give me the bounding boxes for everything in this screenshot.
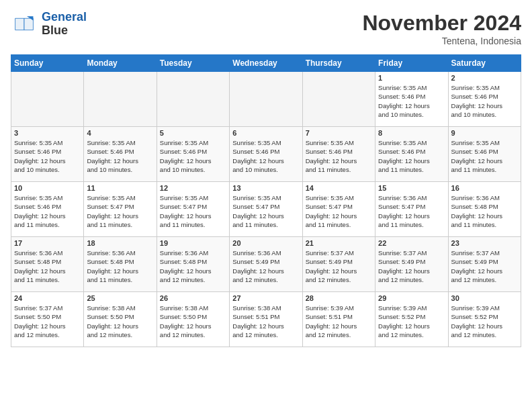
header-wednesday: Wednesday [230, 55, 302, 72]
day-info: Sunrise: 5:35 AMSunset: 5:46 PMDaylight:… [378, 84, 430, 118]
day-number: 19 [160, 239, 226, 247]
day-number: 28 [306, 294, 372, 302]
day-number: 13 [232, 184, 299, 192]
day-number: 4 [87, 129, 153, 137]
day-cell: 13Sunrise: 5:35 AMSunset: 5:47 PMDayligh… [230, 182, 302, 237]
day-info: Sunrise: 5:37 AMSunset: 5:50 PMDaylight:… [14, 304, 66, 338]
day-number: 30 [451, 294, 518, 302]
day-cell: 3Sunrise: 5:35 AMSunset: 5:46 PMDaylight… [11, 127, 84, 182]
day-info: Sunrise: 5:35 AMSunset: 5:47 PMDaylight:… [87, 194, 138, 228]
header-tuesday: Tuesday [157, 55, 229, 72]
day-cell: 11Sunrise: 5:35 AMSunset: 5:47 PMDayligh… [84, 182, 157, 237]
week-row-4: 17Sunrise: 5:36 AMSunset: 5:48 PMDayligh… [11, 237, 521, 292]
day-cell: 7Sunrise: 5:35 AMSunset: 5:46 PMDaylight… [302, 127, 375, 182]
day-number: 8 [378, 129, 445, 137]
day-info: Sunrise: 5:36 AMSunset: 5:47 PMDaylight:… [378, 194, 430, 228]
day-info: Sunrise: 5:39 AMSunset: 5:51 PMDaylight:… [306, 304, 357, 338]
day-cell: 10Sunrise: 5:35 AMSunset: 5:46 PMDayligh… [11, 182, 84, 237]
location: Tentena, Indonesia [362, 36, 521, 46]
day-cell: 18Sunrise: 5:36 AMSunset: 5:48 PMDayligh… [84, 237, 157, 292]
title-block: November 2024 Tentena, Indonesia [362, 11, 521, 46]
week-row-5: 24Sunrise: 5:37 AMSunset: 5:50 PMDayligh… [11, 292, 521, 347]
day-cell: 5Sunrise: 5:35 AMSunset: 5:46 PMDaylight… [157, 127, 229, 182]
day-info: Sunrise: 5:36 AMSunset: 5:48 PMDaylight:… [87, 249, 138, 283]
day-cell: 20Sunrise: 5:36 AMSunset: 5:49 PMDayligh… [230, 237, 302, 292]
day-cell: 9Sunrise: 5:35 AMSunset: 5:46 PMDaylight… [448, 127, 521, 182]
day-info: Sunrise: 5:36 AMSunset: 5:48 PMDaylight:… [160, 249, 212, 283]
day-number: 27 [232, 294, 299, 302]
month-title: November 2024 [362, 11, 521, 36]
day-cell: 16Sunrise: 5:36 AMSunset: 5:48 PMDayligh… [448, 182, 521, 237]
day-number: 11 [87, 184, 153, 192]
day-number: 16 [451, 184, 518, 192]
day-cell: 22Sunrise: 5:37 AMSunset: 5:49 PMDayligh… [375, 237, 448, 292]
day-info: Sunrise: 5:39 AMSunset: 5:52 PMDaylight:… [451, 304, 503, 338]
day-number: 12 [160, 184, 226, 192]
day-number: 7 [306, 129, 372, 137]
day-number: 15 [378, 184, 445, 192]
day-number: 5 [160, 129, 226, 137]
day-number: 6 [232, 129, 299, 137]
header-thursday: Thursday [302, 55, 375, 72]
day-cell: 30Sunrise: 5:39 AMSunset: 5:52 PMDayligh… [448, 292, 521, 347]
day-info: Sunrise: 5:35 AMSunset: 5:47 PMDaylight:… [160, 194, 212, 228]
day-cell: 12Sunrise: 5:35 AMSunset: 5:47 PMDayligh… [157, 182, 229, 237]
day-cell: 23Sunrise: 5:37 AMSunset: 5:49 PMDayligh… [448, 237, 521, 292]
day-number: 26 [160, 294, 226, 302]
day-number: 1 [378, 74, 445, 82]
header-friday: Friday [375, 55, 448, 72]
day-info: Sunrise: 5:35 AMSunset: 5:46 PMDaylight:… [451, 139, 503, 173]
calendar-header-row: SundayMondayTuesdayWednesdayThursdayFrid… [11, 55, 521, 72]
day-info: Sunrise: 5:38 AMSunset: 5:50 PMDaylight:… [87, 304, 138, 338]
day-info: Sunrise: 5:35 AMSunset: 5:46 PMDaylight:… [451, 84, 503, 118]
day-number: 29 [378, 294, 445, 302]
day-cell [157, 72, 229, 127]
day-number: 10 [14, 184, 81, 192]
day-cell [84, 72, 157, 127]
day-info: Sunrise: 5:35 AMSunset: 5:46 PMDaylight:… [160, 139, 212, 173]
day-cell: 29Sunrise: 5:39 AMSunset: 5:52 PMDayligh… [375, 292, 448, 347]
header-monday: Monday [84, 55, 157, 72]
day-cell: 26Sunrise: 5:38 AMSunset: 5:50 PMDayligh… [157, 292, 229, 347]
logo-icon [11, 14, 38, 34]
day-number: 25 [87, 294, 153, 302]
week-row-1: 1Sunrise: 5:35 AMSunset: 5:46 PMDaylight… [11, 72, 521, 127]
day-cell [230, 72, 302, 127]
day-cell: 19Sunrise: 5:36 AMSunset: 5:48 PMDayligh… [157, 237, 229, 292]
day-cell [302, 72, 375, 127]
day-info: Sunrise: 5:35 AMSunset: 5:46 PMDaylight:… [232, 139, 284, 173]
logo-text-general: General [42, 10, 87, 24]
header-saturday: Saturday [448, 55, 521, 72]
day-info: Sunrise: 5:36 AMSunset: 5:48 PMDaylight:… [451, 194, 503, 228]
day-cell: 6Sunrise: 5:35 AMSunset: 5:46 PMDaylight… [230, 127, 302, 182]
day-cell: 25Sunrise: 5:38 AMSunset: 5:50 PMDayligh… [84, 292, 157, 347]
day-number: 22 [378, 239, 445, 247]
day-number: 20 [232, 239, 299, 247]
day-number: 9 [451, 129, 518, 137]
day-info: Sunrise: 5:36 AMSunset: 5:48 PMDaylight:… [14, 249, 66, 283]
day-number: 17 [14, 239, 81, 247]
day-number: 2 [451, 74, 518, 82]
day-cell: 27Sunrise: 5:38 AMSunset: 5:51 PMDayligh… [230, 292, 302, 347]
logo-text-blue: Blue [42, 24, 68, 37]
day-number: 3 [14, 129, 81, 137]
calendar-table: SundayMondayTuesdayWednesdayThursdayFrid… [11, 54, 521, 347]
day-number: 14 [306, 184, 372, 192]
header-sunday: Sunday [11, 55, 84, 72]
day-info: Sunrise: 5:35 AMSunset: 5:46 PMDaylight:… [87, 139, 138, 173]
day-cell: 28Sunrise: 5:39 AMSunset: 5:51 PMDayligh… [302, 292, 375, 347]
day-info: Sunrise: 5:35 AMSunset: 5:46 PMDaylight:… [306, 139, 357, 173]
day-number: 24 [14, 294, 81, 302]
day-cell: 1Sunrise: 5:35 AMSunset: 5:46 PMDaylight… [375, 72, 448, 127]
day-info: Sunrise: 5:39 AMSunset: 5:52 PMDaylight:… [378, 304, 430, 338]
day-info: Sunrise: 5:35 AMSunset: 5:47 PMDaylight:… [232, 194, 284, 228]
day-cell: 17Sunrise: 5:36 AMSunset: 5:48 PMDayligh… [11, 237, 84, 292]
logo: General Blue [11, 11, 87, 38]
day-cell: 14Sunrise: 5:35 AMSunset: 5:47 PMDayligh… [302, 182, 375, 237]
day-info: Sunrise: 5:37 AMSunset: 5:49 PMDaylight:… [451, 249, 503, 283]
day-info: Sunrise: 5:38 AMSunset: 5:51 PMDaylight:… [232, 304, 284, 338]
day-info: Sunrise: 5:36 AMSunset: 5:49 PMDaylight:… [232, 249, 284, 283]
day-info: Sunrise: 5:38 AMSunset: 5:50 PMDaylight:… [160, 304, 212, 338]
day-cell: 24Sunrise: 5:37 AMSunset: 5:50 PMDayligh… [11, 292, 84, 347]
day-cell: 8Sunrise: 5:35 AMSunset: 5:46 PMDaylight… [375, 127, 448, 182]
